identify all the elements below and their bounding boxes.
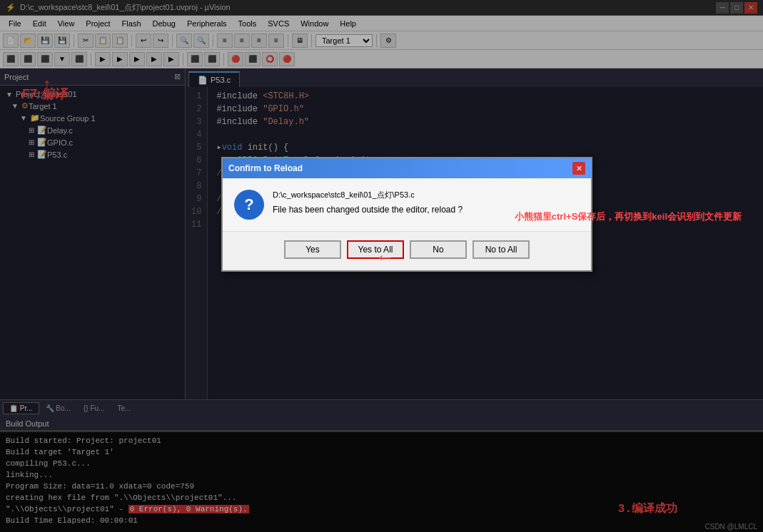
dialog-question-icon: ? [234, 190, 264, 220]
dialog-close-button[interactable]: ✕ [572, 162, 585, 175]
dialog-no-button[interactable]: No [410, 240, 467, 259]
dialog-yes-to-all-button[interactable]: Yes to All [347, 240, 404, 259]
dialog-filepath: D:\c_workspace\stc8_keil\01_点灯\P53.c [273, 190, 580, 200]
dialog-message: File has been changed outside the editor… [273, 205, 580, 215]
dialog-overlay: Confirm to Reload ✕ ? D:\c_workspace\stc… [0, 0, 763, 532]
dialog-no-to-all-button[interactable]: No to All [473, 240, 530, 259]
dialog-text-area: D:\c_workspace\stc8_keil\01_点灯\P53.c Fil… [273, 190, 580, 215]
dialog-yes-button[interactable]: Yes [284, 240, 341, 259]
dialog-title: Confirm to Reload [228, 163, 303, 173]
dialog-icon-row: ? D:\c_workspace\stc8_keil\01_点灯\P53.c F… [234, 190, 580, 220]
dialog-buttons: Yes Yes to All No No to All [223, 231, 591, 270]
dialog-body: ? D:\c_workspace\stc8_keil\01_点灯\P53.c F… [223, 178, 591, 231]
confirm-dialog: Confirm to Reload ✕ ? D:\c_workspace\stc… [221, 157, 592, 272]
dialog-title-bar: Confirm to Reload ✕ [223, 158, 591, 178]
